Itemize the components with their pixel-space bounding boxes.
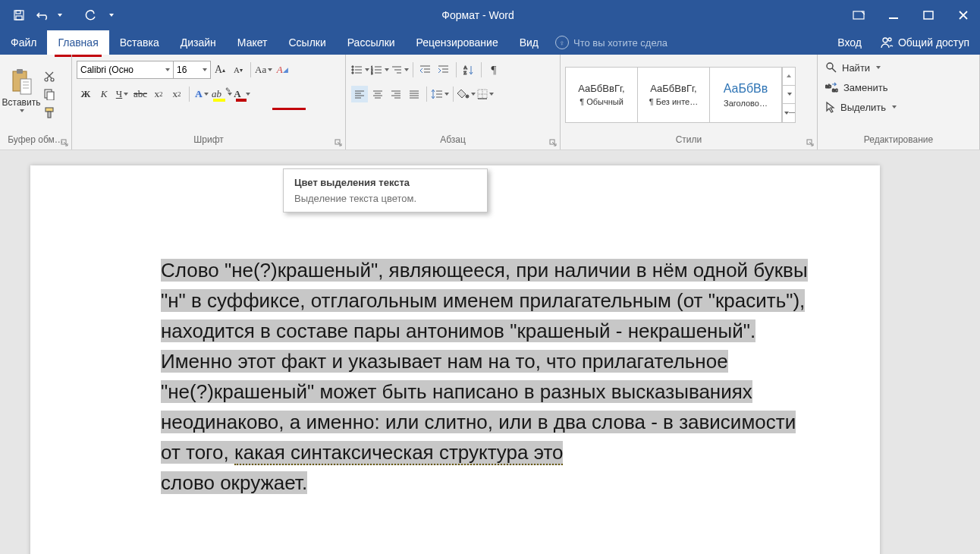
style-heading1[interactable]: АаБбВв Заголово… (710, 68, 782, 122)
tab-insert[interactable]: Вставка (109, 30, 170, 55)
bulb-icon: ♀ (555, 36, 569, 49)
bold-button[interactable]: Ж (77, 86, 94, 102)
svg-point-75 (827, 63, 833, 69)
tab-layout[interactable]: Макет (227, 30, 278, 55)
sort-button[interactable]: AZ (460, 61, 477, 78)
borders-button[interactable] (477, 86, 494, 102)
italic-button[interactable]: К (96, 86, 112, 102)
text-run: Слово "не(?)крашеный", являющееся, при н… (161, 259, 808, 342)
bullets-button[interactable] (351, 61, 369, 78)
align-right-button[interactable] (388, 86, 404, 102)
ribbon-display-options[interactable] (842, 4, 875, 27)
tab-design[interactable]: Дизайн (170, 30, 227, 55)
svg-rect-5 (924, 11, 933, 19)
svg-rect-12 (20, 79, 31, 94)
align-center-button[interactable] (369, 86, 386, 102)
maximize-button[interactable] (912, 4, 945, 27)
text-run-highlight-wavy: какая синтаксическая структура это (234, 441, 564, 465)
font-color-button[interactable]: A (234, 86, 250, 102)
text-effects-button[interactable]: A (193, 86, 210, 102)
paragraph-launcher[interactable] (549, 139, 557, 146)
svg-point-17 (51, 78, 54, 81)
svg-point-68 (466, 95, 469, 98)
tell-me-box[interactable]: ♀ Что вы хотите сдела (549, 30, 830, 55)
font-size-select[interactable]: 16 (174, 61, 211, 79)
svg-line-76 (832, 68, 836, 72)
share-button[interactable]: Общий доступ (869, 30, 980, 55)
tab-references[interactable]: Ссылки (278, 30, 336, 55)
change-case-button[interactable]: Aa (255, 61, 272, 78)
svg-rect-11 (17, 69, 23, 74)
replace-button[interactable]: abac Заменить (825, 79, 887, 96)
tab-review[interactable]: Рецензирование (406, 30, 509, 55)
superscript-button[interactable]: x2 (168, 86, 185, 102)
svg-point-26 (352, 66, 353, 68)
signin-link[interactable]: Вход (830, 30, 869, 55)
svg-rect-22 (46, 108, 53, 112)
minimize-button[interactable] (877, 4, 910, 27)
qat-redo[interactable] (79, 4, 102, 27)
subscript-button[interactable]: x2 (150, 86, 167, 102)
clipboard-launcher[interactable] (61, 139, 68, 146)
svg-rect-1 (16, 11, 20, 14)
svg-point-16 (45, 78, 48, 81)
styles-scroll-down[interactable] (783, 86, 795, 104)
qat-undo-more[interactable] (58, 14, 62, 17)
format-painter-button[interactable] (42, 105, 57, 120)
svg-text:ac: ac (832, 87, 838, 93)
svg-point-30 (352, 72, 353, 74)
group-label-editing: Редактирование (818, 134, 979, 150)
select-button[interactable]: Выделить (825, 99, 897, 115)
svg-text:3: 3 (371, 71, 373, 75)
font-name-select[interactable]: Calibri (Осно (77, 61, 174, 79)
shading-button[interactable] (457, 86, 476, 102)
increase-indent-button[interactable] (435, 61, 452, 78)
document-content[interactable]: Слово "не(?)крашеный", являющееся, при н… (161, 255, 821, 498)
strikethrough-button[interactable]: abc (132, 86, 149, 102)
qat-undo[interactable] (32, 4, 55, 27)
underline-button[interactable]: Ч (114, 86, 130, 102)
shrink-font-button[interactable]: A▾ (230, 61, 247, 78)
app-title: Формат - Word (114, 9, 842, 21)
close-button[interactable] (947, 4, 980, 27)
grow-font-button[interactable]: A▴ (212, 61, 228, 78)
tab-file[interactable]: Файл (0, 30, 47, 55)
align-left-button[interactable] (351, 86, 368, 102)
qat-save[interactable] (8, 4, 30, 27)
svg-point-8 (883, 38, 887, 42)
styles-expand[interactable] (783, 104, 795, 121)
find-button[interactable]: Найти (825, 59, 881, 76)
styles-scroll-up[interactable] (783, 68, 795, 86)
numbering-button[interactable]: 123 (371, 61, 389, 78)
show-marks-button[interactable]: ¶ (485, 61, 502, 78)
line-spacing-button[interactable] (431, 86, 449, 102)
document-page[interactable]: Слово "не(?)крашеный", являющееся, при н… (30, 165, 880, 554)
highlight-color-button[interactable]: ab ✎ (212, 86, 232, 102)
style-nospacing[interactable]: АаБбВвГг, ¶ Без инте… (638, 68, 710, 122)
style-normal[interactable]: АаБбВвГг, ¶ Обычный (566, 68, 638, 122)
group-label-font: Шрифт (72, 134, 345, 150)
copy-button[interactable] (42, 87, 57, 102)
styles-gallery[interactable]: АаБбВвГг, ¶ Обычный АаБбВвГг, ¶ Без инте… (565, 67, 796, 123)
group-label-paragraph: Абзац (346, 134, 560, 150)
highlight-active-marker (272, 108, 306, 110)
tab-home[interactable]: Главная (47, 30, 108, 55)
tooltip-title: Цвет выделения текста (294, 177, 476, 188)
justify-button[interactable] (406, 86, 422, 102)
decrease-indent-button[interactable] (417, 61, 434, 78)
document-area[interactable]: Слово "не(?)крашеный", являющееся, при н… (0, 150, 980, 554)
clear-formatting-button[interactable]: A◢ (274, 61, 291, 78)
cut-button[interactable] (42, 69, 57, 84)
tooltip-body: Выделение текста цветом. (294, 193, 476, 204)
svg-text:ab: ab (825, 83, 831, 89)
svg-point-28 (352, 69, 353, 71)
font-launcher[interactable] (335, 139, 342, 146)
multilevel-list-button[interactable] (391, 61, 409, 78)
svg-rect-23 (48, 112, 51, 118)
tab-mailings[interactable]: Рассылки (337, 30, 406, 55)
tab-view[interactable]: Вид (509, 30, 549, 55)
paste-button[interactable]: Вставить (5, 68, 38, 121)
svg-point-9 (888, 38, 891, 41)
styles-launcher[interactable] (806, 139, 814, 146)
svg-rect-21 (47, 92, 54, 100)
